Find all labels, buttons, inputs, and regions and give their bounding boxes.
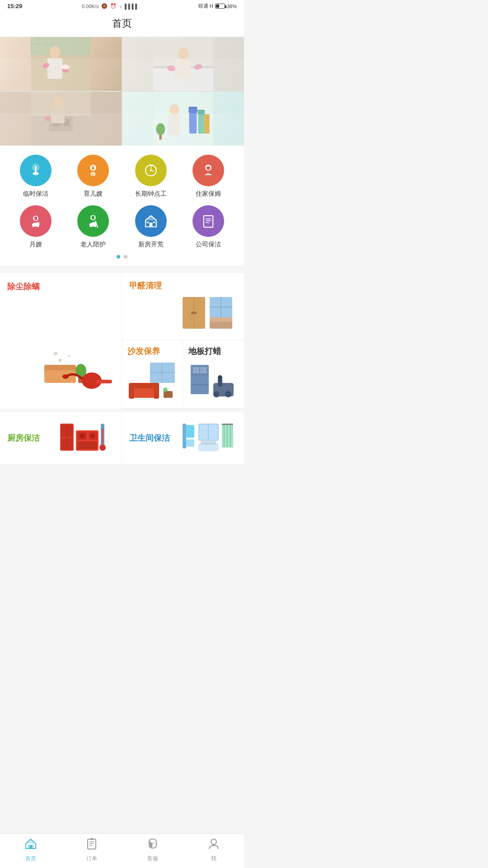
svg-point-82: [194, 311, 197, 314]
cat-title-bathroom: 卫生间保洁: [129, 433, 170, 443]
svg-point-35: [156, 123, 165, 135]
svg-point-96: [163, 387, 168, 392]
svg-point-115: [80, 433, 85, 439]
service-item-elder[interactable]: 老人陪护: [67, 205, 120, 249]
svg-rect-60: [149, 222, 152, 226]
svg-point-8: [42, 62, 50, 69]
service-item-house[interactable]: 新房开荒: [124, 205, 178, 249]
svg-point-25: [44, 117, 50, 121]
service-label-house: 新房开荒: [138, 241, 164, 249]
service-label-baby: 育儿嫂: [84, 190, 103, 198]
page-title: 首页: [112, 18, 132, 29]
cat-title-formaldehyde: 甲醛清理: [129, 280, 162, 291]
service-item-clean[interactable]: 临时保洁: [9, 155, 62, 198]
svg-point-32: [169, 104, 179, 115]
svg-rect-62: [153, 222, 155, 223]
cat-item-formaldehyde[interactable]: 甲醛清理: [122, 273, 244, 340]
svg-point-10: [61, 65, 70, 70]
banner-cell-2: [122, 37, 244, 91]
svg-rect-20: [49, 116, 73, 131]
banner-cell-3: [0, 92, 122, 146]
cat-title-floor: 地板打蜡: [188, 346, 221, 357]
service-item-office[interactable]: 公司保洁: [182, 205, 235, 249]
cat-item-sofa[interactable]: 沙发保养: [122, 340, 183, 409]
svg-rect-34: [160, 131, 162, 140]
service-label-nanny: 住家保姆: [196, 190, 221, 198]
elder-icon: [85, 213, 101, 229]
services-grid-row2: 月嫂 老人陪护: [5, 205, 239, 249]
cat-main-grid: 除尘除螨: [0, 273, 244, 409]
banner[interactable]: [0, 37, 244, 146]
svg-rect-63: [204, 216, 213, 227]
cat-title-kitchen: 厨房保洁: [7, 433, 40, 443]
baby-icon: [85, 163, 101, 178]
cat-item-kitchen[interactable]: 厨房保洁: [0, 412, 122, 464]
house-icon: [143, 213, 159, 229]
banner-collage: [0, 37, 244, 146]
svg-rect-123: [186, 439, 194, 447]
svg-rect-94: [154, 383, 159, 399]
service-label-month: 月嫂: [29, 241, 42, 249]
cat-item-floor[interactable]: 地板打蜡: [183, 340, 244, 409]
svg-point-6: [49, 46, 60, 58]
svg-point-38: [33, 172, 39, 175]
svg-point-14: [178, 47, 189, 59]
svg-point-53: [34, 217, 37, 221]
svg-rect-61: [146, 222, 149, 223]
status-bar: 15:29 0.00K/s 🔕 ⏰ ↕ ▌▌▌▌ 联通 H 38%: [0, 0, 244, 12]
cat-title-dust: 除尘除螨: [7, 281, 40, 292]
svg-rect-21: [52, 119, 61, 127]
svg-point-75: [62, 374, 69, 379]
service-item-clock[interactable]: 长期钟点工: [124, 155, 178, 198]
dot-2[interactable]: [124, 255, 127, 259]
svg-point-106: [225, 391, 231, 397]
bars-icon: ▌▌▌▌: [125, 4, 139, 9]
formaldehyde-illustration: [178, 295, 237, 333]
service-item-baby[interactable]: 育儿嫂: [67, 155, 120, 198]
svg-point-23: [53, 97, 62, 107]
divider-2: [0, 409, 244, 412]
svg-point-81: [191, 311, 194, 314]
svg-rect-121: [183, 424, 186, 448]
battery-icon: [215, 4, 225, 9]
alarm-icon: ⏰: [110, 3, 117, 9]
dust-illustration: [42, 340, 114, 401]
nanny-icon: [201, 163, 216, 178]
cat-item-bathroom[interactable]: 卫生间保洁: [122, 412, 244, 464]
svg-rect-19: [31, 116, 90, 146]
svg-point-105: [213, 391, 220, 397]
banner-cell-4: [122, 92, 244, 146]
svg-rect-101: [200, 367, 206, 373]
svg-rect-87: [210, 317, 232, 322]
cat-item-dust[interactable]: 除尘除螨: [0, 273, 122, 409]
dot-1[interactable]: [117, 255, 120, 259]
service-label-clean: 临时保洁: [23, 190, 48, 198]
clock-icon: [143, 163, 159, 178]
month-icon: [28, 213, 43, 229]
svg-rect-1: [31, 37, 90, 55]
svg-point-17: [193, 64, 202, 71]
clean-icon: [28, 163, 43, 178]
svg-point-76: [59, 359, 61, 362]
cat-grid-2: 厨房保洁: [0, 412, 244, 464]
svg-rect-95: [164, 391, 173, 398]
page-header: 首页: [0, 12, 244, 37]
svg-point-77: [68, 355, 70, 357]
svg-rect-128: [201, 441, 216, 445]
banner-cell-1: [0, 37, 122, 91]
svg-point-56: [92, 216, 95, 220]
svg-rect-117: [77, 441, 97, 449]
svg-point-54: [36, 222, 39, 225]
status-center: 0.00K/s 🔕 ⏰ ↕ ▌▌▌▌: [82, 3, 139, 9]
service-item-nanny[interactable]: 住家保姆: [182, 155, 235, 198]
service-item-month[interactable]: 月嫂: [9, 205, 62, 249]
svg-point-40: [92, 166, 95, 170]
svg-point-116: [90, 434, 95, 438]
service-label-clock: 长期钟点工: [135, 190, 167, 198]
services-section: 临时保洁 育儿嫂: [0, 146, 244, 266]
svg-rect-12: [153, 67, 213, 91]
svg-rect-72: [96, 380, 112, 383]
svg-rect-22: [64, 119, 70, 127]
svg-point-104: [218, 375, 222, 380]
svg-rect-129: [222, 424, 233, 425]
